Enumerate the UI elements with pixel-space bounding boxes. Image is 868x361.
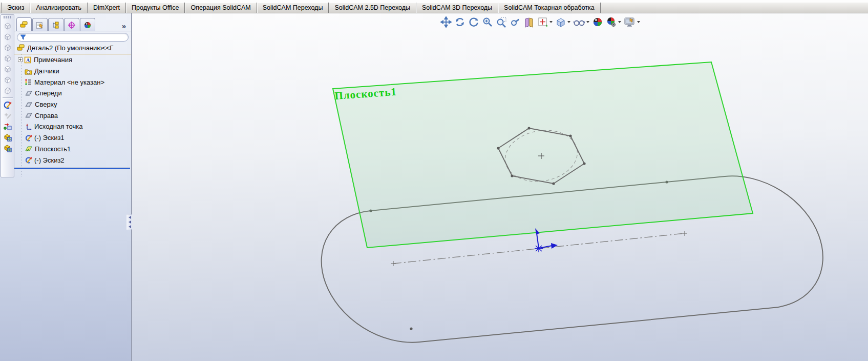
manager-tab-strip: » xyxy=(16,17,129,31)
feature-manager-panel: » Деталь2 (По умолчанию<<Г A Примечания … xyxy=(14,13,131,361)
tree-item-origin[interactable]: Исходная точка xyxy=(14,121,131,132)
view-cube-left-icon[interactable] xyxy=(2,42,13,53)
expand-plus-icon[interactable] xyxy=(18,57,23,62)
menu-tab-dimxpert[interactable]: DimXpert xyxy=(88,3,126,13)
tree-item-label: Материал <не указан> xyxy=(34,78,104,86)
dropdown-caret[interactable] xyxy=(549,21,553,23)
tree-item-label: Сверху xyxy=(35,101,57,108)
tree-item-top-plane[interactable]: Сверху xyxy=(14,99,131,110)
tree-item-plane1[interactable]: Плоскость1 xyxy=(14,144,131,155)
menu-tab-office-products[interactable]: Продукты Office xyxy=(126,3,185,13)
display-style-icon[interactable] xyxy=(555,16,570,28)
tree-item-label: (-) Эскиз1 xyxy=(34,134,65,142)
dropdown-caret[interactable] xyxy=(637,21,640,23)
dimxpertmanager-tab[interactable] xyxy=(64,18,79,31)
view-cube-right-icon[interactable] xyxy=(2,53,13,64)
standard-views-toolbar xyxy=(1,14,14,177)
annotations-icon: A xyxy=(24,56,32,64)
sketch-tool-icon[interactable] xyxy=(2,99,13,110)
menu-tab-sketch[interactable]: Эскиз xyxy=(1,3,30,13)
tree-item-sensors[interactable]: Датчики xyxy=(14,66,131,77)
tree-filter-box xyxy=(17,33,129,42)
rotate-icon[interactable] xyxy=(454,16,465,28)
section-view-icon[interactable] xyxy=(523,16,535,28)
toolbar-separator xyxy=(3,97,13,98)
tree-item-right-plane[interactable]: Справа xyxy=(14,110,131,121)
tree-item-label: (-) Эскиз2 xyxy=(34,156,65,164)
sensors-icon xyxy=(25,68,32,75)
view-cube-back-icon[interactable] xyxy=(2,31,13,42)
roll-view-icon[interactable] xyxy=(468,16,479,28)
feature-tree: Деталь2 (По умолчанию<<Г A Примечания Да… xyxy=(14,42,131,166)
material-icon xyxy=(25,78,32,86)
origin-icon xyxy=(25,123,32,130)
pan-icon[interactable] xyxy=(440,16,452,28)
tree-item-annotations[interactable]: A Примечания xyxy=(14,54,131,66)
toolbar-grip[interactable] xyxy=(4,16,11,18)
menu-tab-solidcam-operation[interactable]: Операция SolidCAM xyxy=(185,3,257,13)
solidworks-window: Эскиз Анализировать DimXpert Продукты Of… xyxy=(0,0,868,361)
menu-tab-strip: Эскиз Анализировать DimXpert Продукты Of… xyxy=(0,3,868,13)
tree-item-label: Плоскость1 xyxy=(35,145,71,153)
dropdown-caret[interactable] xyxy=(618,21,621,23)
hide-show-items-icon[interactable] xyxy=(573,16,589,28)
part-icon xyxy=(17,44,25,52)
tree-item-material[interactable]: Материал <не указан> xyxy=(14,76,131,88)
tree-item-label: Деталь2 (По умолчанию<<Г xyxy=(27,44,113,52)
zoom-in-out-icon[interactable] xyxy=(482,16,493,28)
tree-filter-input[interactable] xyxy=(27,34,119,41)
sketch-icon xyxy=(25,134,32,142)
tree-item-label: Спереди xyxy=(35,89,62,97)
dropdown-caret[interactable] xyxy=(586,21,589,23)
reference-plane-icon xyxy=(25,90,33,97)
view-cube-front-icon[interactable] xyxy=(2,21,13,31)
view-cube-top-icon[interactable] xyxy=(2,64,13,74)
reference-plane-icon xyxy=(25,112,33,119)
reference-plane-icon xyxy=(25,101,33,108)
heads-up-view-toolbar xyxy=(440,15,640,29)
tree-item-label: Исходная точка xyxy=(34,123,83,130)
featuremanager-tree-tab[interactable] xyxy=(16,17,32,31)
add-sketch-grayed-icon[interactable] xyxy=(2,110,13,121)
collapse-arrow-icon xyxy=(129,225,131,228)
tree-item-label: Датчики xyxy=(34,67,59,75)
created-plane-icon xyxy=(25,145,33,152)
menu-tab-solidcam-turning[interactable]: SolidCAM Токарная обработка xyxy=(498,3,601,13)
view-cube-bottom-icon[interactable] xyxy=(2,74,13,85)
solid-body-icon-1[interactable] xyxy=(2,132,13,143)
tree-item-label: Справа xyxy=(35,112,58,119)
svg-text:A: A xyxy=(26,57,30,63)
collapse-arrow-icon xyxy=(129,220,131,224)
tree-item-sketch2[interactable]: (-) Эскиз2 xyxy=(14,154,131,166)
camera-preview-icon[interactable] xyxy=(624,16,640,28)
panel-overflow-chevron[interactable]: » xyxy=(122,22,129,31)
configurationmanager-tab[interactable] xyxy=(48,18,63,31)
menu-tab-solidcam-3d[interactable]: SolidCAM 3D Переходы xyxy=(416,3,498,13)
sketch-icon xyxy=(25,156,32,164)
filter-funnel-icon xyxy=(19,34,27,41)
tree-item-sketch1[interactable]: (-) Эскиз1 xyxy=(14,132,131,144)
menu-tab-solidcam-25d[interactable]: SolidCAM 2.5D Переходы xyxy=(329,3,416,13)
graphics-viewport[interactable] xyxy=(132,13,868,361)
collapse-arrow-icon xyxy=(129,216,131,219)
zoom-to-selection-icon[interactable] xyxy=(510,16,521,28)
menu-bar: Эскиз Анализировать DimXpert Продукты Of… xyxy=(0,0,868,13)
dropdown-caret[interactable] xyxy=(567,21,570,23)
solid-body-icon-2[interactable] xyxy=(2,143,13,153)
menu-tab-solidcam-transitions[interactable]: SolidCAM Переходы xyxy=(257,3,329,13)
tree-item-label: Примечания xyxy=(34,56,72,64)
apply-scene-icon[interactable] xyxy=(592,16,603,28)
tree-item-front-plane[interactable]: Спереди xyxy=(14,88,131,99)
zoom-to-area-icon[interactable] xyxy=(496,16,507,28)
rollback-bar[interactable] xyxy=(14,168,130,169)
view-settings-icon[interactable] xyxy=(606,16,621,28)
tree-item-part[interactable]: Деталь2 (По умолчанию<<Г xyxy=(14,42,131,54)
view-orientation-icon[interactable] xyxy=(537,16,553,28)
menu-tab-evaluate[interactable]: Анализировать xyxy=(30,3,88,13)
view-cube-isometric-icon[interactable] xyxy=(2,85,13,96)
tab-divider xyxy=(14,31,131,31)
displaymanager-tab[interactable] xyxy=(80,18,95,31)
move-entity-icon[interactable] xyxy=(2,121,13,132)
propertymanager-tab[interactable] xyxy=(32,18,48,31)
